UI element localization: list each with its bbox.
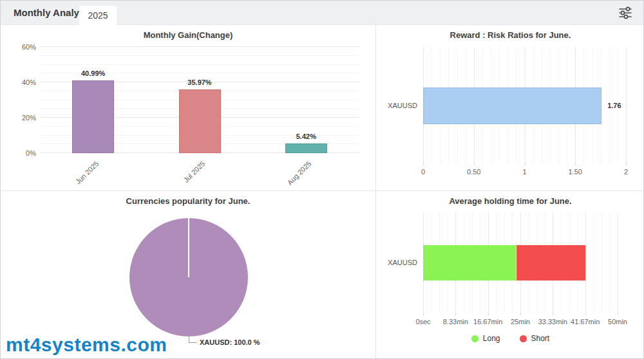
x-axis-tick-label: 16.67min bbox=[470, 318, 506, 326]
chart-title: Currencies popularity for June. bbox=[1, 196, 375, 206]
major-gridline bbox=[626, 47, 627, 163]
panel-reward-risk: Reward : Risk Ratios for June. 00.5011.5… bbox=[376, 25, 644, 190]
x-axis-tick-label: 0 bbox=[410, 168, 436, 176]
pie-label-connector bbox=[189, 336, 196, 343]
axis-tick bbox=[585, 313, 586, 315]
minor-gridline bbox=[609, 213, 610, 313]
top-bar: Monthly Analytics 2025 bbox=[1, 1, 643, 25]
holding-time-plot-area: 0sec8.33min16.67min25min33.33min41.67min… bbox=[423, 213, 618, 313]
watermark-link[interactable]: mt4systems.com bbox=[6, 334, 167, 356]
legend-item-long[interactable]: Long bbox=[471, 334, 500, 343]
x-axis-tick-label: 1 bbox=[512, 168, 538, 176]
major-gridline bbox=[40, 46, 359, 47]
axis-tick bbox=[525, 163, 526, 165]
axis-tick bbox=[618, 313, 618, 315]
axis-tick bbox=[626, 163, 627, 165]
minor-gridline bbox=[601, 213, 602, 313]
gain-chart-plot-area: 0%20%40%60%40.99%Jun 202535.97%Jul 20255… bbox=[40, 47, 359, 153]
reward-risk-plot-area: 00.5011.5021.76 bbox=[423, 47, 626, 163]
legend-item-short[interactable]: Short bbox=[520, 334, 550, 343]
chart-title: Reward : Risk Ratios for June. bbox=[376, 30, 644, 40]
y-axis-tick-label: 20% bbox=[5, 114, 36, 122]
x-axis-tick-label: 0sec bbox=[405, 318, 441, 326]
x-axis-tick-label: 50min bbox=[600, 318, 636, 326]
chart-title: Average holding time for June. bbox=[376, 196, 644, 206]
major-gridline bbox=[618, 213, 618, 313]
chart-title: Monthly Gain(Change) bbox=[1, 30, 375, 40]
bar-value-label: 1.76 bbox=[607, 102, 621, 109]
gain-bar-aug-2025[interactable] bbox=[285, 143, 327, 153]
legend-label: Short bbox=[531, 334, 550, 343]
x-axis-tick-label: 8.33min bbox=[437, 318, 473, 326]
holding-time-bar-long[interactable] bbox=[423, 245, 516, 281]
panel-holding-time: Average holding time for June. 0sec8.33m… bbox=[376, 191, 644, 359]
x-axis-tick-label: 2 bbox=[613, 168, 639, 176]
filter-sliders-icon[interactable] bbox=[618, 6, 633, 20]
x-axis-category-label: Aug 2025 bbox=[280, 160, 313, 192]
y-axis-category-label: XAUUSD bbox=[376, 259, 417, 266]
y-axis-category-label: XAUUSD bbox=[376, 102, 417, 109]
legend-dot-short bbox=[520, 335, 527, 342]
y-axis-tick-label: 40% bbox=[5, 78, 36, 86]
bar-value-label: 35.97% bbox=[174, 78, 225, 86]
x-axis-category-label: Jul 2025 bbox=[174, 160, 207, 192]
axis-tick bbox=[575, 163, 576, 165]
minor-gridline bbox=[40, 64, 359, 65]
axis-tick bbox=[488, 313, 489, 315]
panel-monthly-gain: Monthly Gain(Change) 0%20%40%60%40.99%Ju… bbox=[1, 25, 375, 190]
holding-time-bar-short[interactable] bbox=[516, 245, 585, 281]
axis-tick bbox=[423, 313, 424, 315]
axis-tick bbox=[474, 163, 475, 165]
bar-value-label: 40.99% bbox=[68, 69, 119, 77]
pie-data-label: XAUUSD: 100.0 % bbox=[200, 338, 260, 346]
y-axis-tick-label: 0% bbox=[5, 149, 36, 157]
axis-tick bbox=[423, 163, 424, 165]
x-axis-tick-label: 41.67min bbox=[567, 318, 603, 326]
minor-gridline bbox=[40, 55, 359, 56]
legend-dot-long bbox=[471, 335, 478, 342]
reward-risk-bar-xauusd[interactable] bbox=[423, 87, 601, 124]
x-axis-tick-label: 33.33min bbox=[535, 318, 571, 326]
gain-bar-jul-2025[interactable] bbox=[179, 89, 221, 153]
x-axis-tick-label: 25min bbox=[502, 318, 538, 326]
x-axis-tick-label: 1.50 bbox=[562, 168, 588, 176]
gain-bar-jun-2025[interactable] bbox=[72, 80, 114, 153]
axis-tick bbox=[455, 313, 456, 315]
x-axis-tick-label: 0.50 bbox=[461, 168, 487, 176]
analytics-dashboard: Monthly Analytics 2025 Monthly Gain(Chan… bbox=[0, 0, 644, 359]
legend-label: Long bbox=[483, 334, 500, 343]
axis-tick bbox=[553, 313, 553, 315]
y-axis-tick-label: 60% bbox=[5, 43, 36, 51]
chart-legend: LongShort bbox=[376, 334, 644, 343]
axis-tick bbox=[520, 313, 521, 315]
bar-value-label: 5.42% bbox=[280, 133, 332, 140]
x-axis-category-label: Jun 2025 bbox=[67, 160, 100, 192]
pie-slice-boundary bbox=[188, 218, 189, 277]
tab-year-2025[interactable]: 2025 bbox=[79, 6, 117, 25]
minor-gridline bbox=[593, 213, 594, 313]
